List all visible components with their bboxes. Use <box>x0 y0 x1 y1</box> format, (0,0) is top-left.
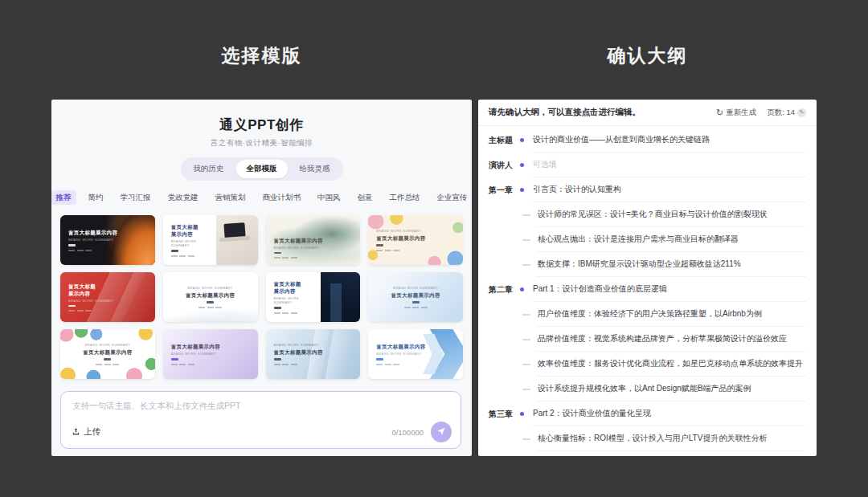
outline-subitem: 设计系统提升规模化效率，以Ant Design赋能B端产品的案例 <box>489 377 806 401</box>
template-thumbnail-ink[interactable]: 首页大标题展示内容BRAND WORK SUMMARY <box>266 215 361 265</box>
outline-row: 第三章Part 2：设计商业价值的量化呈现 <box>489 401 806 426</box>
decorative-dash <box>68 244 76 246</box>
outline-subitem: KPI体系：NPS/转化率/客单价等指标的联动分析，数据可视化工具的应用 <box>489 451 806 456</box>
upload-icon <box>72 427 80 438</box>
tab-我的历史[interactable]: 我的历史 <box>183 160 235 178</box>
template-thumbnail-pastel[interactable]: BRAND WORK SUMMARY首页大标题展示内容 <box>368 215 463 265</box>
template-thumbnail-red[interactable]: 首页大标题展示内容BRAND WORK SUMMARY <box>60 272 155 322</box>
decorative-meta-bars <box>274 364 297 365</box>
bullet-dot-icon <box>520 412 524 416</box>
template-title-text: 首页大标题展示内容 <box>171 343 220 350</box>
template-title-text: 首页大标题展示内容 <box>68 229 117 236</box>
outline-row: 第一章引言页：设计的认知重构 <box>489 177 806 202</box>
upload-button[interactable]: 上传 <box>72 426 100 438</box>
outline-row-text[interactable]: 数据支撑：IBM研究显示设计驱动型企业超额收益达211% <box>537 252 806 277</box>
template-thumbnail-floral[interactable]: BRAND WORK SUMMARY首页大标题展示内容 <box>60 329 155 379</box>
template-text-block: 首页大标题展示内容BRAND WORK SUMMARY <box>266 272 321 322</box>
decorative-meta-bars <box>96 364 119 365</box>
template-brand-text: BRAND WORK SUMMARY <box>188 286 233 290</box>
category-商业计划书[interactable]: 商业计划书 <box>258 190 306 205</box>
outline-row-text[interactable]: 可选填 <box>532 153 806 177</box>
send-button[interactable] <box>431 422 452 442</box>
template-title-text: 首页大标题展示内容 <box>186 291 235 299</box>
category-bar: 推荐简约学习汇报党政党建营销策划商业计划书中国风创意工作总结企业宣传 <box>51 190 472 205</box>
template-text-block: BRAND WORK SUMMARY首页大标题展示内容 <box>163 272 258 322</box>
template-thumbnail-chevron[interactable]: 首页大标题展示内容BRAND WORK SUMMARY <box>368 329 463 379</box>
prompt-input[interactable] <box>61 392 461 421</box>
outline-row-text[interactable]: 设计的商业价值——从创意到商业增长的关键链路 <box>532 128 806 153</box>
decorative-meta-bars <box>404 307 428 308</box>
category-创意[interactable]: 创意 <box>353 190 378 205</box>
template-text-block: BRAND WORK SUMMARY首页大标题展示内容 <box>60 329 155 379</box>
outline-row-text[interactable]: 引言页：设计的认知重构 <box>532 177 806 202</box>
outline-row-text[interactable]: Part 2：设计商业价值的量化呈现 <box>532 401 806 426</box>
outline-subitem: 数据支撑：IBM研究显示设计驱动型企业超额收益达211% <box>489 252 806 277</box>
template-brand-text: BRAND WORK SUMMARY <box>171 239 210 247</box>
outline-row-label: 第二章 <box>489 284 516 295</box>
template-title-text: 首页大标题展示内容 <box>274 348 323 356</box>
tab-全部模版[interactable]: 全部模版 <box>236 160 288 178</box>
outline-subitem: 设计师的常见误区：设计=美化？商业目标与设计价值的割裂现状 <box>489 202 806 227</box>
refresh-icon: ↻ <box>716 108 723 117</box>
decorative-meta-bars <box>274 312 297 314</box>
outline-row-text[interactable]: 核心观点抛出：设计是连接用户需求与商业目标的翻译器 <box>537 227 806 252</box>
category-党政党建[interactable]: 党政党建 <box>163 190 203 205</box>
composer-right: 0/100000 <box>391 422 452 442</box>
outline-row-text[interactable]: 核心衡量指标：ROI模型，设计投入与用户LTV提升的关联性分析 <box>537 426 806 451</box>
template-thumbnail-navy[interactable]: 首页大标题展示内容BRAND WORK SUMMARY <box>266 272 361 322</box>
outline-row-text[interactable]: 用户价值维度：体验经济下的用户决策路径重塑，以Airbnb为例 <box>537 302 806 327</box>
outline-row-label: 主标题 <box>489 135 516 146</box>
outline-subitem: 核心衡量指标：ROI模型，设计投入与用户LTV提升的关联性分析 <box>489 426 806 451</box>
decorative-meta-bars <box>68 250 92 251</box>
paper-plane-icon <box>436 426 446 438</box>
category-学习汇报[interactable]: 学习汇报 <box>116 190 156 205</box>
outline-row-text[interactable]: KPI体系：NPS/转化率/客单价等指标的联动分析，数据可视化工具的应用 <box>537 451 806 456</box>
outline-subitem: 核心观点抛出：设计是连接用户需求与商业目标的翻译器 <box>489 227 806 252</box>
decorative-meta-bars <box>274 257 297 259</box>
drag-dash-icon <box>522 314 530 316</box>
decorative-meta-bars <box>68 310 92 312</box>
decorative-dash <box>376 358 383 361</box>
template-thumbnail-laptop[interactable]: 首页大标题展示内容BRAND WORK SUMMARY <box>163 215 258 265</box>
template-title-text: 首页大标题展示内容 <box>391 291 440 299</box>
template-brand-text: BRAND WORK SUMMARY <box>274 246 319 250</box>
tab-给我灵感[interactable]: 给我灵感 <box>289 160 341 178</box>
template-text-block: 首页大标题展示内容BRAND WORK SUMMARY <box>60 272 155 322</box>
outline-row-text[interactable]: 设计师的常见误区：设计=美化？商业目标与设计价值的割裂现状 <box>537 202 806 227</box>
prompt-composer: 上传 0/100000 <box>60 391 461 449</box>
template-thumbnail-purple[interactable]: 首页大标题展示内容BRAND WORK SUMMARY <box>163 329 258 379</box>
template-thumbnail-dark-orange[interactable]: 首页大标题展示内容BRAND WORK SUMMARY <box>60 215 155 265</box>
outline-row-label: 演讲人 <box>489 160 516 171</box>
category-简约[interactable]: 简约 <box>84 190 108 205</box>
category-推荐[interactable]: 推荐 <box>51 190 76 205</box>
category-中国风[interactable]: 中国风 <box>313 190 346 205</box>
decorative-dash <box>274 358 281 361</box>
template-text-block: 首页大标题展示内容BRAND WORK SUMMARY <box>60 215 155 265</box>
template-thumbnail-bluegeo[interactable]: BRAND WORK SUMMARY首页大标题展示内容 <box>266 329 361 379</box>
drag-dash-icon <box>522 438 530 440</box>
outline-subitem: 品牌价值维度：视觉系统构建品牌资产，分析苹果极简设计的溢价效应 <box>489 327 806 352</box>
category-企业宣传[interactable]: 企业宣传 <box>432 190 473 205</box>
outline-row-text[interactable]: 效率价值维度：服务设计优化商业流程，如星巴克移动点单系统的效率提升 <box>537 352 806 377</box>
upload-label: 上传 <box>84 426 100 438</box>
template-brand-text: BRAND WORK SUMMARY <box>376 352 421 356</box>
outline-panel: 请先确认大纲，可以直接点击进行编辑。 ↻ 重新生成 页数: 14 ✎ 主标题设计… <box>478 100 817 456</box>
outline-row-text[interactable]: 品牌价值维度：视觉系统构建品牌资产，分析苹果极简设计的溢价效应 <box>537 327 806 352</box>
outline-row-text[interactable]: 设计系统提升规模化效率，以Ant Design赋能B端产品的案例 <box>537 377 806 401</box>
decorative-dash <box>104 358 111 361</box>
decorative-dash <box>376 244 383 246</box>
page-count-control[interactable]: 页数: 14 ✎ <box>767 108 806 118</box>
category-营销策划[interactable]: 营销策划 <box>211 190 251 205</box>
stage-title-choose-template: 选择模版 <box>51 43 472 68</box>
template-title-text: 首页大标题展示内容 <box>83 348 132 356</box>
category-工作总结[interactable]: 工作总结 <box>385 190 425 205</box>
bullet-dot-icon <box>520 188 524 192</box>
template-thumbnail-softblue[interactable]: BRAND WORK SUMMARY首页大标题展示内容 <box>368 272 463 322</box>
decorative-dash <box>68 305 76 308</box>
regenerate-label: 重新生成 <box>726 108 756 118</box>
drag-dash-icon <box>522 389 530 390</box>
outline-row-text[interactable]: Part 1：设计创造商业价值的底层逻辑 <box>532 277 806 302</box>
regenerate-button[interactable]: ↻ 重新生成 <box>716 108 756 118</box>
template-brand-text: BRAND WORK SUMMARY <box>274 343 319 347</box>
template-thumbnail-mist[interactable]: BRAND WORK SUMMARY首页大标题展示内容 <box>163 272 258 322</box>
